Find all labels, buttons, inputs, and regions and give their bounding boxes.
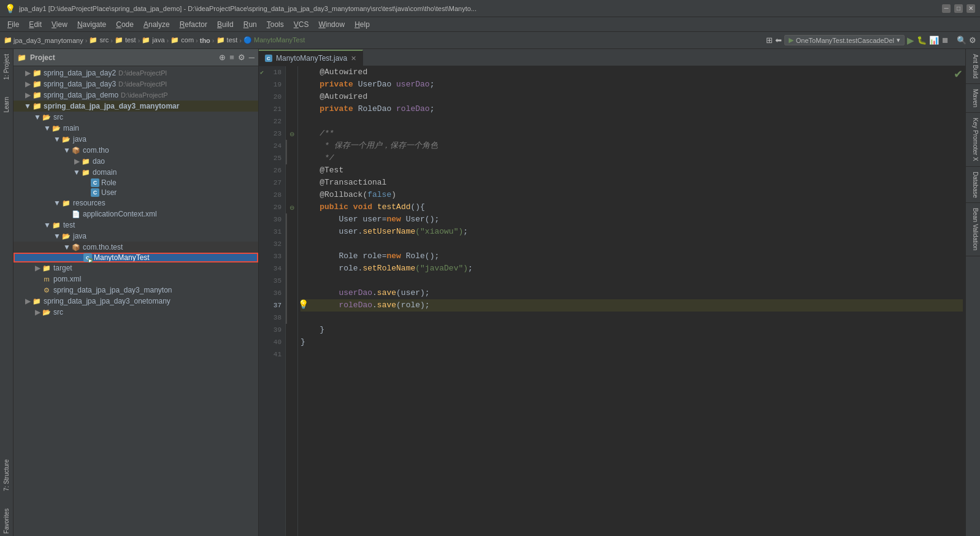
menu-analyze[interactable]: Analyze — [139, 19, 175, 30]
fold-23-start[interactable] — [286, 78, 297, 91]
crumb-test[interactable]: 📁 test — [115, 36, 136, 44]
menu-help[interactable]: Help — [350, 19, 375, 30]
expand-arrow[interactable]: ▼ — [53, 232, 61, 240]
locate-icon[interactable]: ⊕ — [219, 53, 226, 62]
expand-arrow[interactable]: ▼ — [53, 199, 61, 207]
fold-comment-start[interactable]: ⊖ — [286, 128, 297, 140]
tree-item-java-main[interactable]: ▼ 📂 java — [13, 134, 258, 145]
crumb-tho[interactable]: tho — [200, 37, 210, 44]
code-content[interactable]: @Autowired private UserDao userDao; @Aut… — [298, 66, 965, 536]
tree-item-role[interactable]: ▶ C Role — [13, 178, 258, 188]
package-icon: 📁 — [81, 167, 91, 177]
tree-item-src2[interactable]: ▶ 📂 src — [13, 307, 258, 318]
hide-icon[interactable]: ─ — [249, 53, 255, 62]
tree-item-test-folder[interactable]: ▼ 📁 test — [13, 220, 258, 231]
menu-view[interactable]: View — [47, 19, 72, 30]
run-config-selector[interactable]: ▶ OneToManyTest.testCascadeDel ▾ — [784, 35, 905, 45]
panel-ant-build[interactable]: Ant Build — [966, 49, 980, 84]
tree-item-appcontext[interactable]: ▶ 📄 applicationContext.xml — [13, 209, 258, 220]
tree-item-java-test[interactable]: ▼ 📂 java — [13, 231, 258, 242]
crumb-project[interactable]: 📁 — [4, 36, 12, 44]
menu-refactor[interactable]: Refactor — [175, 19, 212, 30]
search-icon[interactable]: 🔍 — [957, 36, 967, 45]
tree-item-onetomany[interactable]: ▶ 📁 spring_data_jpa_jpa_day3_onetomany — [13, 296, 258, 307]
collapse-icon[interactable]: ≡ — [229, 53, 234, 62]
tree-item-src[interactable]: ▼ 📂 src — [13, 112, 258, 123]
crumb-com[interactable]: 📁 com — [170, 36, 194, 44]
tree-item-com-tho-test[interactable]: ▼ 📦 com.tho.test — [13, 242, 258, 253]
fold-23[interactable] — [286, 66, 297, 78]
tree-item-user[interactable]: ▶ C User — [13, 188, 258, 197]
expand-arrow[interactable]: ▼ — [53, 135, 61, 144]
expand-arrow[interactable]: ▶ — [23, 91, 32, 99]
expand-arrow[interactable]: ▼ — [43, 124, 52, 132]
profile-button[interactable]: 📊 — [929, 36, 939, 45]
menu-vcs[interactable]: VCS — [289, 19, 314, 30]
tree-item-resources[interactable]: ▼ 📁 resources — [13, 197, 258, 209]
expand-arrow[interactable]: ▼ — [63, 243, 71, 251]
tree-item-manytomanytest[interactable]: ▶ C▶ ManytoManyTest — [13, 253, 258, 262]
expand-arrow[interactable]: ▶ — [33, 264, 42, 272]
warning-lightbulb[interactable]: 💡 — [298, 299, 308, 309]
expand-arrow[interactable]: ▼ — [23, 102, 32, 110]
panel-database[interactable]: Database — [966, 167, 980, 204]
crumb-src[interactable]: 📁 src — [89, 36, 109, 44]
run-button[interactable]: ▶ — [907, 35, 914, 46]
tree-item-dao[interactable]: ▶ 📁 dao — [13, 156, 258, 167]
menu-edit[interactable]: Edit — [24, 19, 47, 30]
expand-arrow[interactable]: ▶ — [72, 157, 81, 166]
expand-arrow[interactable]: ▼ — [43, 221, 52, 229]
debug-button[interactable]: 🐛 — [917, 36, 927, 45]
line-num-36: 36 — [259, 287, 285, 299]
settings-icon[interactable]: ⚙ — [238, 53, 245, 62]
menu-run[interactable]: Run — [239, 19, 262, 30]
expand-arrow[interactable]: ▼ — [72, 168, 81, 177]
crumb-project-label[interactable]: jpa_day3_manytomany — [13, 37, 83, 44]
tree-item-manyton[interactable]: ▶ ⚙ spring_data_jpa_jpa_day3_manyton — [13, 285, 258, 296]
tree-item-main[interactable]: ▼ 📂 main — [13, 123, 258, 134]
menu-navigate[interactable]: Navigate — [72, 19, 111, 30]
crumb-java[interactable]: 📁 java — [142, 36, 164, 44]
sidebar-item-learn[interactable]: Learn — [2, 94, 11, 115]
tree-item-demo[interactable]: ▶ 📁 spring_data_jpa_demo D:\ideaProjectP — [13, 90, 258, 101]
tree-item-pom[interactable]: ▶ m pom.xml — [13, 274, 258, 285]
menu-build[interactable]: Build — [212, 19, 239, 30]
folder-icon: 📂 — [61, 231, 71, 241]
expand-arrow[interactable]: ▶ — [23, 297, 32, 305]
tree-item-day2[interactable]: ▶ 📁 spring_data_jpa_day2 D:\ideaProjectP… — [13, 67, 258, 78]
close-button[interactable]: ✕ — [967, 4, 975, 13]
sidebar-item-project[interactable]: 1: Project — [2, 52, 11, 82]
tree-item-day3[interactable]: ▶ 📁 spring_data_jpa_day3 D:\ideaProjectP… — [13, 78, 258, 90]
menu-window[interactable]: Window — [313, 19, 350, 30]
sidebar-item-structure[interactable]: 7: Structure — [2, 457, 11, 494]
maximize-button[interactable]: □ — [954, 4, 963, 13]
sidebar-item-favorites[interactable]: Favorites — [2, 506, 11, 536]
panel-key-promoter[interactable]: Key Promoter X — [966, 113, 980, 167]
crumb-test2[interactable]: 📁 test — [216, 36, 238, 44]
tree-item-com-tho[interactable]: ▼ 📦 com.tho — [13, 145, 258, 156]
menu-tools[interactable]: Tools — [262, 19, 289, 30]
expand-arrow[interactable]: ▼ — [63, 146, 71, 155]
fold-method-start[interactable]: ⊖ — [286, 201, 297, 213]
expand-arrow[interactable]: ▼ — [33, 113, 42, 121]
tree-item-manytomany[interactable]: ▼ 📁 spring_data_jpa_jpa_day3_manytomar — [13, 101, 258, 112]
crumb-file[interactable]: 🔵 ManytoManyTest — [243, 36, 305, 44]
tab-close-button[interactable]: ✕ — [351, 55, 356, 63]
tree-item-domain[interactable]: ▼ 📁 domain — [13, 167, 258, 178]
tree-item-target[interactable]: ▶ 📁 target — [13, 262, 258, 274]
tab-manytomanytest[interactable]: C ManytoManyTest.java ✕ — [259, 50, 363, 66]
code-line-25: */ — [301, 152, 963, 164]
minimize-button[interactable]: ─ — [942, 4, 951, 13]
panel-maven[interactable]: Maven — [966, 84, 980, 113]
expand-arrow[interactable]: ▶ — [23, 80, 32, 88]
expand-arrow[interactable]: ▶ — [23, 69, 32, 77]
expand-arrow[interactable]: ▶ — [33, 308, 42, 316]
menu-file[interactable]: File — [2, 19, 24, 30]
layout-icon[interactable]: ⊞ — [766, 36, 773, 45]
panel-bean-validation[interactable]: Bean Validation — [966, 203, 980, 256]
back-icon[interactable]: ⬅ — [775, 36, 782, 45]
line-num-39: 39 — [259, 324, 285, 336]
stop-button[interactable]: ⏹ — [941, 36, 949, 45]
menu-code[interactable]: Code — [111, 19, 139, 30]
settings-icon[interactable]: ⚙ — [969, 36, 976, 45]
